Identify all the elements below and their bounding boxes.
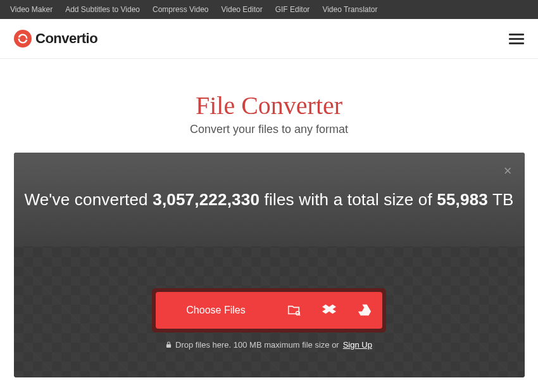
nav-link-compress-video[interactable]: Compress Video [153,5,209,14]
top-nav: Video Maker Add Subtitles to Video Compr… [0,0,538,19]
choose-files-bar: Choose Files [156,292,382,329]
nav-link-add-subtitles[interactable]: Add Subtitles to Video [65,5,140,14]
svg-rect-2 [166,345,171,348]
close-icon[interactable]: × [504,164,512,178]
folder-browse-icon[interactable] [276,292,311,329]
dropbox-icon[interactable] [311,292,347,329]
nav-link-video-maker[interactable]: Video Maker [10,5,53,14]
page-title: File Converter [0,91,538,120]
header: Convertio [0,19,538,59]
google-drive-icon[interactable] [347,292,382,329]
sign-up-link[interactable]: Sign Up [343,340,372,350]
drop-hint: Drop files here. 100 MB maximum file siz… [166,340,372,350]
hero: File Converter Convert your files to any… [0,59,538,136]
svg-line-1 [299,315,300,316]
drop-hint-text: Drop files here. 100 MB maximum file siz… [175,340,339,350]
page-subtitle: Convert your files to any format [0,123,538,136]
logo-text: Convertio [35,30,97,47]
nav-link-video-translator[interactable]: Video Translator [322,5,377,14]
choose-files-button[interactable]: Choose Files [156,305,275,316]
lock-icon [166,341,172,348]
hamburger-menu-icon[interactable] [509,34,524,44]
main-panel: Choose Files Drop files here. 100 MB max… [14,153,525,377]
stats-banner: × We've converted 3,057,222,330 files wi… [14,153,525,246]
nav-link-video-editor[interactable]: Video Editor [222,5,263,14]
logo[interactable]: Convertio [14,30,97,47]
convertio-logo-icon [14,30,32,47]
choose-files-container: Choose Files [152,288,385,332]
stats-text: We've converted 3,057,222,330 files with… [24,190,513,210]
nav-link-gif-editor[interactable]: GIF Editor [275,5,310,14]
